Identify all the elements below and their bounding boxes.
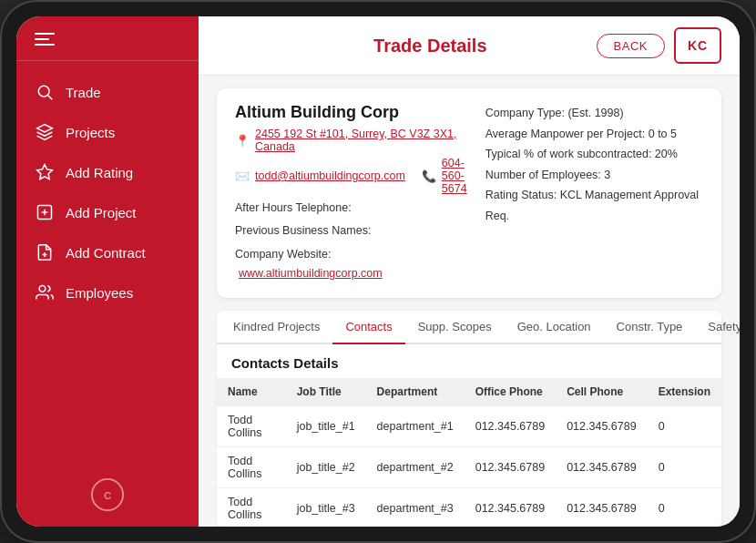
company-name: Altium Building Corp xyxy=(235,103,467,122)
col-header-job-title: Job Title xyxy=(286,378,366,406)
back-button[interactable]: BACK xyxy=(597,34,665,58)
logo-text: KC xyxy=(688,38,708,53)
contacts-section-title: Contacts Details xyxy=(217,344,721,378)
cell-job-title-3: job_title_#3 xyxy=(286,488,366,528)
email-icon: ✉️ xyxy=(235,169,250,183)
cell-job-title-2: job_title_#2 xyxy=(286,447,366,488)
company-phone[interactable]: 604-560-5674 xyxy=(442,157,467,195)
col-header-cell-phone: Cell Phone xyxy=(556,378,647,406)
plus-square-icon xyxy=(35,202,55,222)
contacts-table-section: Contacts Details Name Job Title Departme… xyxy=(217,344,721,527)
svg-text:C: C xyxy=(104,490,111,501)
menu-button[interactable] xyxy=(35,33,180,46)
previous-names-row: Previous Business Names: xyxy=(235,221,467,241)
company-email[interactable]: todd@altiumbuildingcorp.com xyxy=(255,169,405,182)
svg-point-9 xyxy=(39,286,46,292)
tabs-and-table: Kindred Projects Contacts Supp. Scopes G… xyxy=(217,311,721,527)
subcontracted: Typical % of work subcontracted: 20% xyxy=(485,144,703,165)
cell-cell-phone-2: 012.345.6789 xyxy=(556,447,647,488)
sidebar-item-add-project[interactable]: Add Project xyxy=(16,192,199,232)
page-title: Trade Details xyxy=(264,36,597,56)
svg-point-0 xyxy=(38,86,49,97)
tab-constr-type[interactable]: Constr. Type xyxy=(604,311,696,343)
col-header-department: Department xyxy=(366,378,465,406)
cell-name-2: Todd Collins xyxy=(217,447,286,488)
tab-kindred-projects[interactable]: Kindred Projects xyxy=(220,311,332,343)
file-plus-icon xyxy=(35,242,55,262)
cell-office-phone-3: 012.345.6789 xyxy=(465,488,556,528)
col-header-name: Name xyxy=(217,378,286,406)
table-header-row: Name Job Title Department Office Phone C… xyxy=(217,378,721,406)
sidebar-nav: Trade Projects Add Rating xyxy=(16,61,199,463)
cell-department-2: department_#2 xyxy=(366,447,465,488)
after-hours-row: After Hours Telephone: xyxy=(235,199,467,218)
company-address-row: 📍 2455 192 St #101, Surrey, BC V3Z 3X1, … xyxy=(235,128,467,153)
sidebar: Trade Projects Add Rating xyxy=(16,16,199,527)
search-icon xyxy=(35,82,55,102)
cell-department-1: department_#1 xyxy=(366,406,465,447)
svg-line-1 xyxy=(48,96,53,100)
sidebar-item-trade[interactable]: Trade xyxy=(16,72,199,112)
tab-contacts[interactable]: Contacts xyxy=(332,311,404,343)
tab-supp-scopes[interactable]: Supp. Scopes xyxy=(405,311,505,343)
users-icon xyxy=(35,282,55,302)
cell-cell-phone-1: 012.345.6789 xyxy=(556,406,647,447)
main-content: Trade Details BACK KC xyxy=(199,16,740,527)
layers-icon xyxy=(35,122,55,142)
company-logo: KC xyxy=(674,27,721,64)
svg-marker-3 xyxy=(37,165,53,179)
svg-marker-2 xyxy=(37,125,53,132)
company-address[interactable]: 2455 192 St #101, Surrey, BC V3Z 3X1, Ca… xyxy=(255,128,467,153)
phone-icon: 📞 xyxy=(422,169,436,183)
table-row: Todd Collins job_title_#2 department_#2 … xyxy=(217,447,721,488)
tab-safety[interactable]: Safety xyxy=(695,311,740,343)
col-header-office-phone: Office Phone xyxy=(465,378,556,406)
sidebar-item-add-contract[interactable]: Add Contract xyxy=(16,232,199,272)
content-area: Altium Building Corp 📍 2455 192 St #101,… xyxy=(199,76,740,527)
cell-name-3: Todd Collins xyxy=(217,488,286,528)
cell-office-phone-1: 012.345.6789 xyxy=(465,406,556,447)
contacts-table: Name Job Title Department Office Phone C… xyxy=(217,378,721,527)
company-card: Altium Building Corp 📍 2455 192 St #101,… xyxy=(217,88,721,298)
tab-geo-location[interactable]: Geo. Location xyxy=(505,311,604,343)
rating-status: Rating Status: KCL Management Approval R… xyxy=(485,185,703,226)
table-row: Todd Collins job_title_#3 department_#3 … xyxy=(217,488,721,528)
sidebar-item-projects[interactable]: Projects xyxy=(16,112,199,152)
cell-extension-2: 0 xyxy=(648,447,721,488)
cell-extension-3: 0 xyxy=(648,488,721,528)
avg-manpower: Average Manpower per Project: 0 to 5 xyxy=(485,124,703,145)
website-row: Company Website: www.altiumbuildingcorp.… xyxy=(235,245,467,284)
sidebar-footer: C xyxy=(16,463,199,527)
sidebar-item-employees[interactable]: Employees xyxy=(16,272,199,312)
company-website[interactable]: www.altiumbuildingcorp.com xyxy=(239,267,383,280)
company-type: Company Type: (Est. 1998) xyxy=(485,103,703,124)
cell-office-phone-2: 012.345.6789 xyxy=(465,447,556,488)
top-header: Trade Details BACK KC xyxy=(199,16,740,76)
sidebar-header[interactable] xyxy=(16,16,199,61)
cell-extension-1: 0 xyxy=(648,406,721,447)
company-contact-row: ✉️ todd@altiumbuildingcorp.com 📞 604-560… xyxy=(235,157,467,195)
cell-job-title-1: job_title_#1 xyxy=(286,406,366,447)
cell-department-3: department_#3 xyxy=(366,488,465,528)
location-icon: 📍 xyxy=(235,134,250,148)
table-row: Todd Collins job_title_#1 department_#1 … xyxy=(217,406,721,447)
footer-logo-icon: C xyxy=(90,477,125,512)
cell-name-1: Todd Collins xyxy=(217,406,286,447)
col-header-extension: Extension xyxy=(648,378,721,406)
sidebar-item-add-rating[interactable]: Add Rating xyxy=(16,152,199,192)
company-info-left: Altium Building Corp 📍 2455 192 St #101,… xyxy=(235,103,467,283)
tabs-bar: Kindred Projects Contacts Supp. Scopes G… xyxy=(217,311,721,344)
num-employees: Number of Employees: 3 xyxy=(485,165,703,186)
company-info-right: Company Type: (Est. 1998) Average Manpow… xyxy=(485,103,703,283)
cell-cell-phone-3: 012.345.6789 xyxy=(556,488,647,528)
star-icon xyxy=(35,162,55,182)
